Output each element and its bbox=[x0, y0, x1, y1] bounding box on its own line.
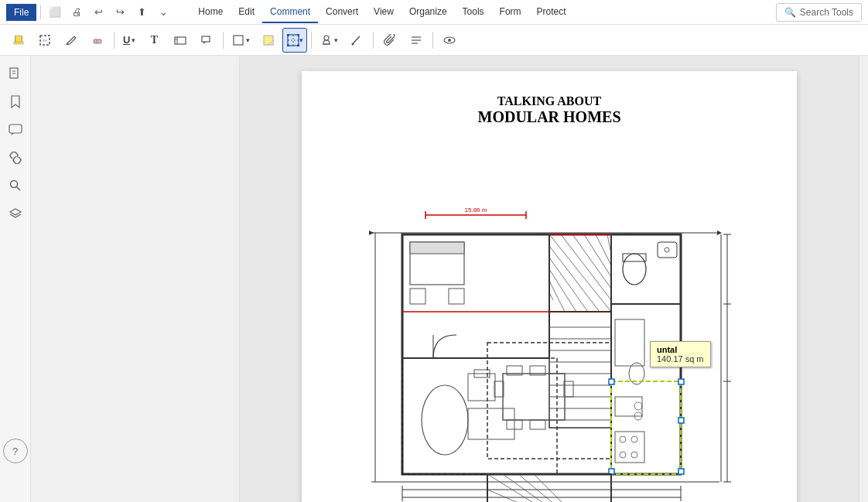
svg-line-48 bbox=[561, 234, 611, 300]
sidebar-page-icon[interactable] bbox=[3, 62, 28, 87]
svg-rect-94 bbox=[615, 432, 644, 463]
svg-rect-15 bbox=[288, 35, 299, 46]
svg-point-21 bbox=[297, 44, 299, 46]
search-tools-box[interactable]: 🔍 Search Tools bbox=[776, 3, 862, 22]
undo-btn[interactable]: ↩ bbox=[88, 2, 108, 22]
menu-home[interactable]: Home bbox=[190, 2, 231, 23]
svg-rect-66 bbox=[410, 242, 464, 254]
svg-rect-104 bbox=[611, 381, 681, 474]
sidebar-link-icon[interactable] bbox=[3, 145, 28, 170]
file-menu[interactable]: File bbox=[6, 4, 36, 21]
svg-rect-108 bbox=[678, 469, 684, 474]
svg-rect-5 bbox=[43, 39, 47, 42]
title-line1: TALKING ABOUT bbox=[333, 94, 766, 108]
area-select-btn[interactable] bbox=[32, 28, 57, 53]
svg-rect-82 bbox=[564, 381, 573, 397]
svg-line-111 bbox=[487, 474, 549, 502]
svg-line-36 bbox=[16, 187, 20, 191]
print-btn[interactable]: 🖨 bbox=[67, 2, 87, 22]
svg-rect-0 bbox=[14, 42, 23, 44]
menu-edit[interactable]: Edit bbox=[231, 2, 262, 23]
svg-point-29 bbox=[448, 39, 451, 42]
sidebar-comment-icon[interactable] bbox=[3, 118, 28, 142]
svg-line-54 bbox=[549, 258, 588, 312]
measure-btn[interactable]: ▾ bbox=[282, 28, 307, 53]
menu-comment[interactable]: Comment bbox=[262, 2, 318, 23]
eraser-btn[interactable] bbox=[85, 28, 110, 53]
svg-line-49 bbox=[572, 234, 611, 289]
svg-rect-105 bbox=[609, 379, 614, 384]
tb-sep-1 bbox=[114, 32, 114, 49]
svg-rect-67 bbox=[410, 289, 425, 304]
main-layout: ? TALKING ABOUT MODULAR HOMES 15.86 m bbox=[0, 56, 868, 502]
svg-rect-72 bbox=[468, 408, 514, 439]
dropdown-btn[interactable]: ⌄ bbox=[153, 2, 173, 22]
shapes-dropdown-icon: ▾ bbox=[246, 36, 250, 44]
svg-point-18 bbox=[287, 34, 289, 36]
svg-point-60 bbox=[623, 254, 646, 285]
svg-rect-7 bbox=[94, 39, 101, 43]
comments-list-btn[interactable] bbox=[404, 28, 429, 53]
highlight-btn[interactable] bbox=[6, 28, 31, 53]
svg-point-71 bbox=[422, 385, 468, 455]
menu-protect[interactable]: Protect bbox=[529, 2, 574, 23]
share-btn[interactable]: ⬆ bbox=[132, 2, 152, 22]
attachment-btn[interactable] bbox=[378, 28, 402, 53]
floorplan-svg: 15.86 m bbox=[333, 134, 766, 502]
shapes-btn[interactable]: ▾ bbox=[227, 28, 255, 53]
pen-btn[interactable] bbox=[344, 28, 369, 53]
pencil-btn[interactable] bbox=[59, 28, 84, 53]
tb-sep-4 bbox=[373, 32, 374, 49]
sidebar-help-icon[interactable]: ? bbox=[3, 439, 28, 463]
menu-bar: File ⬜ 🖨 ↩ ↪ ⬆ ⌄ Home Edit Comment Conve… bbox=[0, 0, 868, 25]
stamp-btn[interactable]: ▾ bbox=[316, 28, 343, 53]
svg-line-47 bbox=[549, 234, 611, 312]
document-page: TALKING ABOUT MODULAR HOMES 15.86 m bbox=[302, 71, 797, 502]
svg-line-114 bbox=[534, 474, 572, 502]
sidebar-search-icon[interactable] bbox=[3, 173, 28, 198]
svg-rect-3 bbox=[15, 36, 22, 42]
left-sidebar: ? bbox=[0, 56, 31, 502]
sidebar-layers-icon[interactable] bbox=[3, 201, 28, 226]
menu-items: Home Edit Comment Convert View Organize … bbox=[190, 2, 573, 23]
svg-rect-33 bbox=[9, 125, 22, 133]
svg-rect-68 bbox=[449, 289, 464, 304]
redo-btn[interactable]: ↪ bbox=[110, 2, 130, 22]
svg-rect-80 bbox=[530, 420, 545, 429]
underline-btn[interactable]: U ▾ bbox=[118, 28, 140, 53]
sticky-note-btn[interactable] bbox=[256, 28, 281, 53]
svg-rect-93 bbox=[611, 304, 681, 474]
menu-convert[interactable]: Convert bbox=[318, 2, 366, 23]
svg-rect-107 bbox=[609, 469, 614, 474]
svg-point-102 bbox=[634, 402, 642, 410]
svg-rect-81 bbox=[494, 381, 504, 397]
text-btn[interactable]: T bbox=[142, 28, 166, 53]
svg-line-51 bbox=[596, 234, 611, 265]
svg-line-53 bbox=[549, 246, 600, 312]
svg-point-95 bbox=[620, 436, 626, 442]
svg-text:15.86 m: 15.86 m bbox=[465, 207, 487, 213]
svg-rect-109 bbox=[678, 418, 684, 423]
menu-tools[interactable]: Tools bbox=[455, 2, 492, 23]
toolbar: U ▾ T ▾ ▾ ▾ bbox=[0, 25, 868, 56]
svg-point-63 bbox=[665, 248, 669, 252]
menu-view[interactable]: View bbox=[366, 2, 402, 23]
menu-form[interactable]: Form bbox=[492, 2, 529, 23]
page-thumbnail-btn[interactable]: ⬜ bbox=[45, 2, 65, 22]
menu-organize[interactable]: Organize bbox=[402, 2, 455, 23]
floorplan-container: 15.86 m bbox=[333, 134, 766, 502]
svg-line-112 bbox=[503, 474, 557, 502]
sidebar-bookmark-icon[interactable] bbox=[3, 90, 28, 114]
measure-dropdown-icon: ▾ bbox=[299, 36, 303, 44]
show-hide-btn[interactable] bbox=[437, 28, 462, 53]
svg-point-35 bbox=[10, 181, 17, 188]
menu-sep-1 bbox=[40, 5, 41, 19]
tb-sep-2 bbox=[223, 32, 224, 49]
tb-sep-3 bbox=[311, 32, 312, 49]
svg-rect-83 bbox=[549, 312, 611, 428]
svg-line-34 bbox=[13, 156, 16, 159]
textbox-btn[interactable] bbox=[168, 28, 193, 53]
doc-area[interactable]: TALKING ABOUT MODULAR HOMES 15.86 m bbox=[240, 56, 859, 502]
callout-btn[interactable] bbox=[194, 28, 219, 53]
svg-point-24 bbox=[352, 43, 354, 45]
